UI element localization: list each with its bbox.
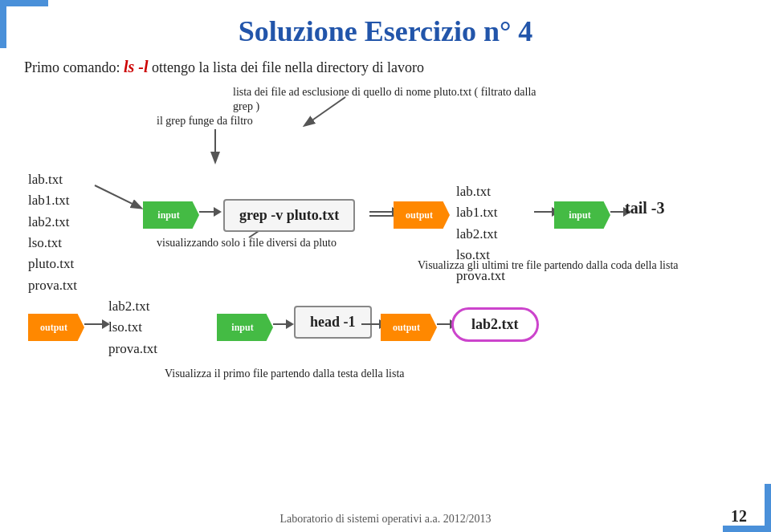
footer-label: Laboratorio di sistemi operativi a.a. 20… [0,513,771,526]
primo-comando-line: Primo comando: ls -l ottengo la lista de… [24,58,747,76]
rfile-lab-txt: lab.txt [456,181,524,202]
file-lab-txt: lab.txt [28,169,96,190]
output-label-row2: output [28,314,84,341]
output-arrow-mid: output [394,201,450,229]
r2file-prova-txt: prova.txt [108,339,157,359]
page-title: Soluzione Esercizio n° 4 [0,0,771,48]
lista-file-annotation: lista dei file ad esclusione di quello d… [233,84,538,113]
file-list-left: lab.txt lab1.txt lab2.txt lso.txt pluto.… [28,169,96,296]
input-arrow-right: input [554,201,610,229]
grep-command-box: grep -v pluto.txt [223,199,355,232]
input-label-left: input [143,201,199,229]
file-lso-txt: lso.txt [28,233,96,254]
arrow-row2-files [84,319,110,329]
file-pluto-txt: pluto.txt [28,254,96,274]
r2file-lab2-txt: lab2.txt [108,296,157,317]
file-list-row2: lab2.txt lso.txt prova.txt [108,296,157,359]
diagram-area: lista dei file ad esclusione di quello d… [24,81,747,386]
final-output-box: lab2.txt [451,307,539,342]
visualizzando-annotation: visualizzando solo i file diversi da plu… [157,235,337,250]
file-prova-txt: prova.txt [28,275,96,296]
r2file-lso-txt: lso.txt [108,317,157,338]
primo-description: ottengo la lista dei file nella director… [152,59,424,75]
input-label-right: input [554,201,610,229]
rfile-lab1-txt: lab1.txt [456,202,524,223]
output-arrow-row2b: output [381,314,437,341]
visualizza-tre-annotation: Visualizza gli ultimi tre file partendo … [418,258,679,272]
corner-decoration-tl [0,0,48,48]
primo-label: Primo comando: [24,59,120,75]
tail-command-box: tail -3 [625,199,664,217]
visualizza-primo-annotation: Visualizza il primo file partendo dalla … [165,366,405,380]
input-arrow-row2: input [217,314,273,341]
file-lab1-txt: lab1.txt [28,190,96,211]
output-label-row2b: output [381,314,437,341]
ls-command: ls -l [124,58,149,75]
main-content: Primo comando: ls -l ottengo la lista de… [0,48,771,394]
input-label-row2: input [217,314,273,341]
svg-line-0 [95,185,141,208]
arrow-to-grep [199,207,222,217]
output-arrow-row2: output [28,314,84,341]
file-lab2-txt: lab2.txt [28,212,96,233]
output-label-mid: output [394,201,450,229]
il-grep-annotation: il grep funge da filtro [157,113,253,128]
arrow-to-head [273,319,294,329]
input-arrow-left: input [143,201,199,229]
page-number: 12 [731,507,747,526]
head-command-box: head -1 [294,306,372,339]
rfile-lab2-txt: lab2.txt [456,224,524,245]
